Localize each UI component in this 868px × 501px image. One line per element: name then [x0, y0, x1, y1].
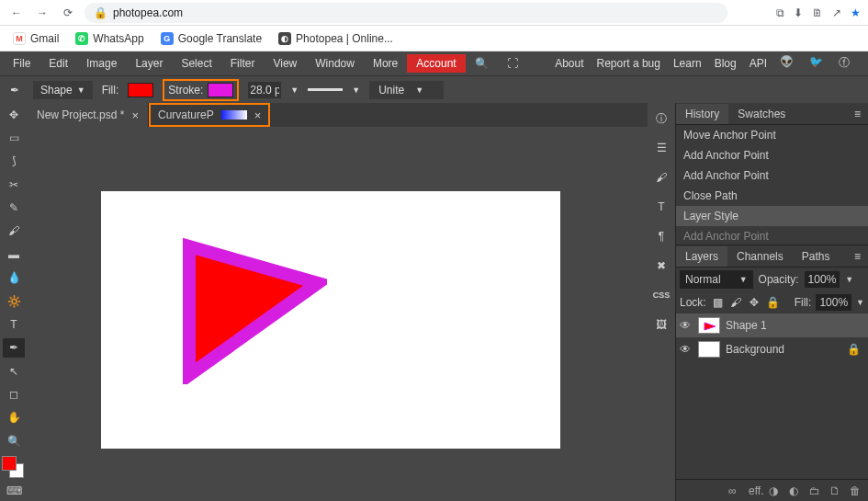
link-layers-icon[interactable]: ∞ [728, 484, 741, 497]
menu-view[interactable]: View [264, 54, 306, 73]
shape-mode-dropdown[interactable]: Shape▼ [33, 81, 93, 99]
pen-tool[interactable]: ✒ [3, 338, 25, 358]
gradient-tool[interactable]: ▬ [3, 245, 25, 264]
fullscreen-icon[interactable]: ⛶ [498, 54, 527, 73]
tab-paths[interactable]: Paths [793, 246, 840, 267]
bookmark-whatsapp[interactable]: ✆WhatsApp [75, 32, 143, 45]
info-panel-icon[interactable]: ⓘ [651, 108, 671, 129]
menu-select[interactable]: Select [172, 54, 220, 73]
stroke-width-input[interactable] [248, 82, 281, 98]
fill-stepper[interactable]: ▼ [856, 298, 864, 307]
keyboard-icon[interactable]: ⌨ [3, 482, 25, 501]
close-icon[interactable]: × [131, 108, 139, 122]
marquee-tool[interactable]: ▭ [3, 128, 25, 147]
reload-button[interactable]: ⟳ [59, 4, 77, 22]
paragraph-panel-icon[interactable]: ¶ [651, 226, 671, 246]
path-select-tool[interactable]: ↖ [3, 361, 25, 381]
layer-effects-icon[interactable]: eff. [749, 484, 761, 497]
history-item[interactable]: Add Anchor Point [676, 165, 868, 186]
panel-menu-icon[interactable]: ≡ [847, 250, 868, 263]
css-panel-icon[interactable]: CSS [651, 285, 671, 305]
layer-thumbnail[interactable] [698, 317, 720, 334]
hand-tool[interactable]: ✋ [3, 408, 25, 427]
fill-color-swatch[interactable] [128, 83, 153, 97]
visibility-toggle-icon[interactable]: 👁 [680, 343, 693, 356]
menu-layer[interactable]: Layer [126, 54, 172, 73]
history-item[interactable]: Move Anchor Point [676, 125, 868, 145]
twitter-icon[interactable]: 🐦 [809, 55, 826, 72]
copy-icon[interactable]: 🗎 [812, 6, 823, 19]
dodge-tool[interactable]: 🔆 [3, 291, 25, 311]
menu-file[interactable]: File [4, 54, 39, 73]
install-icon[interactable]: ⧉ [776, 6, 784, 19]
link-learn[interactable]: Learn [673, 57, 702, 70]
lock-position-icon[interactable]: ✥ [748, 296, 761, 310]
brush-panel-icon[interactable]: 🖌 [651, 167, 671, 188]
address-bar[interactable]: 🔒 photopea.com [85, 3, 727, 23]
stroke-style-dropdown[interactable]: ▼ [352, 85, 360, 95]
share-icon[interactable]: ↗ [832, 6, 841, 19]
bookmark-gmail[interactable]: MGmail [13, 32, 59, 45]
foreground-color[interactable] [2, 456, 17, 471]
link-about[interactable]: About [555, 57, 583, 70]
shape-tool[interactable]: ◻ [3, 384, 25, 404]
type-tool[interactable]: T [3, 314, 25, 334]
menu-more[interactable]: More [364, 54, 407, 73]
shape-triangle[interactable] [180, 237, 327, 384]
facebook-icon[interactable]: ⓕ [839, 55, 855, 72]
lock-all-icon[interactable]: 🔒 [766, 296, 780, 310]
history-item[interactable]: Add Anchor Point [676, 226, 868, 246]
brush-tool[interactable]: 🖌 [3, 222, 25, 241]
panel-menu-icon[interactable]: ≡ [847, 108, 868, 120]
layer-thumbnail[interactable] [698, 341, 720, 358]
menu-account[interactable]: Account [407, 54, 465, 73]
lock-pixels-icon[interactable]: 🖌 [729, 296, 743, 310]
close-icon[interactable]: × [254, 108, 262, 122]
menu-window[interactable]: Window [306, 54, 364, 73]
stroke-color-swatch[interactable] [208, 83, 233, 97]
menu-edit[interactable]: Edit [39, 54, 77, 73]
bookmark-photopea[interactable]: ◐Photopea | Online... [278, 32, 393, 45]
menu-image[interactable]: Image [77, 54, 126, 73]
tab-swatches[interactable]: Swatches [728, 104, 795, 124]
link-blog[interactable]: Blog [715, 57, 737, 70]
canvas-area[interactable] [28, 127, 648, 501]
opacity-value[interactable]: 100% [805, 271, 840, 288]
history-item[interactable]: Layer Style [676, 206, 868, 226]
adjustments-icon[interactable]: ☰ [651, 138, 671, 158]
zoom-tool[interactable]: 🔍 [3, 431, 25, 450]
crop-tool[interactable]: ✂ [3, 175, 25, 194]
layer-mask-icon[interactable]: ◑ [769, 484, 782, 497]
tab-history[interactable]: History [676, 104, 728, 124]
character-panel-icon[interactable]: T [651, 197, 671, 217]
link-report-bug[interactable]: Report a bug [597, 57, 660, 70]
move-tool[interactable]: ✥ [3, 105, 25, 124]
visibility-toggle-icon[interactable]: 👁 [680, 319, 693, 332]
eyedropper-tool[interactable]: ✎ [3, 198, 25, 217]
delete-layer-icon[interactable]: 🗑 [850, 484, 862, 497]
actions-panel-icon[interactable]: ✖ [651, 256, 671, 276]
tab-new-project[interactable]: New Project.psd * × [28, 103, 149, 127]
blend-mode-dropdown[interactable]: Normal▼ [680, 270, 753, 289]
lock-transparency-icon[interactable]: ▩ [711, 296, 725, 310]
lasso-tool[interactable]: ⟆ [3, 152, 25, 171]
bookmark-google-translate[interactable]: GGoogle Translate [161, 32, 262, 45]
opacity-stepper[interactable]: ▼ [845, 275, 853, 284]
path-operation-dropdown[interactable]: Unite▼ [369, 81, 444, 99]
tab-curvature[interactable]: CurvatureP × [149, 103, 270, 127]
history-item[interactable]: Close Path [676, 186, 868, 206]
new-layer-icon[interactable]: 🗋 [829, 484, 842, 497]
blur-tool[interactable]: 💧 [3, 268, 25, 288]
search-icon[interactable]: 🔍 [466, 54, 498, 73]
download-icon[interactable]: ⬇ [794, 6, 803, 19]
back-button[interactable]: ← [7, 4, 26, 22]
history-item[interactable]: Add Anchor Point [676, 145, 868, 165]
layer-background[interactable]: 👁 Background 🔒 [676, 337, 868, 361]
forward-button[interactable]: → [33, 4, 51, 22]
bookmark-star-icon[interactable]: ★ [851, 6, 861, 19]
tab-layers[interactable]: Layers [676, 246, 727, 267]
menu-filter[interactable]: Filter [221, 54, 265, 73]
stroke-width-stepper[interactable]: ▼ [290, 85, 299, 95]
adjustment-layer-icon[interactable]: ◐ [789, 484, 802, 497]
stroke-style-preview[interactable] [308, 88, 343, 91]
